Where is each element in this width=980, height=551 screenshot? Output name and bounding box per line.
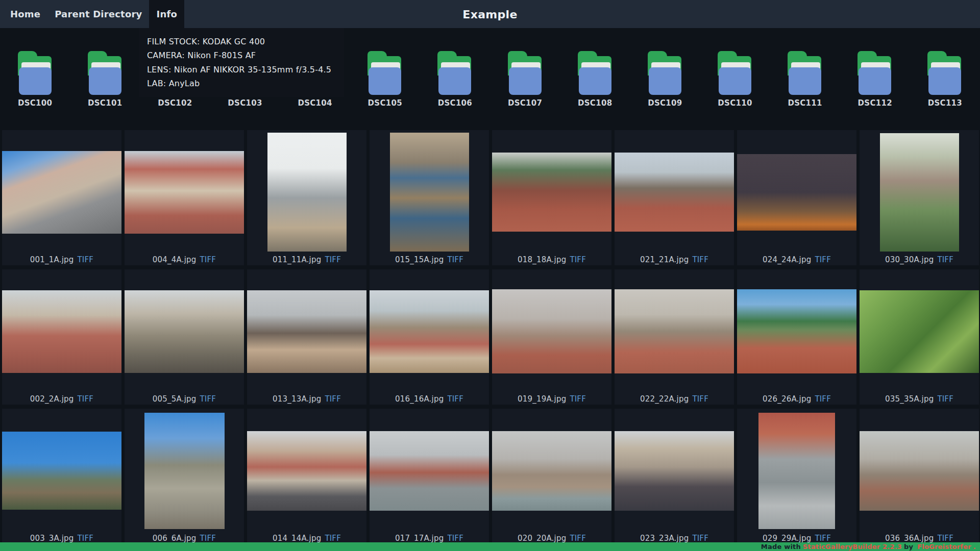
tiff-link[interactable]: TIFF: [325, 255, 341, 264]
photo-filename: 015_15A.jpg: [395, 255, 444, 264]
tiff-link[interactable]: TIFF: [937, 534, 953, 543]
photo-thumbnail[interactable]: [615, 289, 734, 373]
tiff-link[interactable]: TIFF: [200, 534, 216, 543]
photo-thumb-area: [125, 269, 244, 393]
folder-label: DSC101: [88, 98, 122, 108]
photo-thumbnail[interactable]: [615, 153, 734, 232]
photo-filename: 005_5A.jpg: [153, 394, 197, 404]
tiff-link[interactable]: TIFF: [325, 534, 341, 543]
tiff-link[interactable]: TIFF: [815, 255, 831, 264]
tiff-link[interactable]: TIFF: [815, 534, 831, 543]
builder-link[interactable]: StaticGalleryBuilder 2.2.3: [803, 543, 902, 550]
folder-dsc101[interactable]: DSC101: [70, 51, 140, 122]
photo-cell-019-19a-jpg: 019_19A.jpg TIFF: [492, 269, 611, 405]
photo-cell-013-13a-jpg: 013_13A.jpg TIFF: [247, 269, 366, 405]
folder-dsc107[interactable]: DSC107: [490, 51, 560, 122]
tiff-link[interactable]: TIFF: [570, 394, 586, 404]
photo-thumb-area: [860, 130, 979, 254]
photo-thumbnail[interactable]: [880, 133, 959, 252]
photo-cell-001-1a-jpg: 001_1A.jpg TIFF: [2, 130, 121, 265]
nav-item-home[interactable]: Home: [3, 0, 47, 28]
photo-thumbnail[interactable]: [758, 413, 835, 529]
photo-cell-024-24a-jpg: 024_24A.jpg TIFF: [737, 130, 856, 265]
info-line: CAMERA: Nikon F-801S AF: [147, 48, 336, 62]
tiff-link[interactable]: TIFF: [447, 534, 463, 543]
photo-thumbnail[interactable]: [2, 151, 121, 234]
photo-thumb-area: [860, 269, 979, 393]
tiff-link[interactable]: TIFF: [200, 394, 216, 404]
tiff-link[interactable]: TIFF: [937, 394, 953, 404]
photo-filename: 019_19A.jpg: [518, 394, 566, 404]
folder-dsc111[interactable]: DSC111: [770, 51, 840, 122]
nav-item-parent-directory[interactable]: Parent Directory: [47, 0, 149, 28]
photo-thumbnail[interactable]: [737, 154, 856, 231]
photo-thumbnail[interactable]: [737, 289, 856, 373]
photo-thumbnail[interactable]: [2, 432, 121, 510]
tiff-link[interactable]: TIFF: [570, 255, 586, 264]
photo-thumbnail[interactable]: [615, 431, 734, 511]
folder-dsc106[interactable]: DSC106: [420, 51, 490, 122]
tiff-link[interactable]: TIFF: [447, 255, 463, 264]
photo-thumbnail[interactable]: [492, 431, 611, 511]
photo-thumb-area: [247, 409, 366, 533]
photo-thumb-area: [2, 269, 121, 393]
tiff-link[interactable]: TIFF: [692, 255, 708, 264]
photo-thumbnail[interactable]: [144, 413, 225, 529]
folder-dsc100[interactable]: DSC100: [0, 51, 70, 122]
tiff-link[interactable]: TIFF: [325, 394, 341, 404]
photo-thumbnail[interactable]: [247, 431, 366, 511]
tiff-link[interactable]: TIFF: [78, 255, 94, 264]
photo-thumbnail[interactable]: [370, 290, 489, 373]
photo-thumbnail[interactable]: [125, 290, 244, 373]
photo-thumbnail[interactable]: [860, 290, 979, 373]
photo-thumbnail[interactable]: [370, 431, 489, 511]
folder-dsc113[interactable]: DSC113: [910, 51, 980, 122]
tiff-link[interactable]: TIFF: [570, 534, 586, 543]
photo-cell-004-4a-jpg: 004_4A.jpg TIFF: [125, 130, 244, 265]
tiff-link[interactable]: TIFF: [78, 394, 94, 404]
folder-dsc110[interactable]: DSC110: [700, 51, 770, 122]
folder-icon: [856, 51, 894, 95]
photo-filename: 030_30A.jpg: [885, 255, 934, 264]
tiff-link[interactable]: TIFF: [692, 394, 708, 404]
photo-thumbnail[interactable]: [390, 133, 469, 252]
photo-thumb-area: [615, 130, 734, 254]
photo-filename: 020_20A.jpg: [518, 534, 566, 543]
tiff-link[interactable]: TIFF: [447, 394, 463, 404]
photo-thumbnail[interactable]: [247, 290, 366, 373]
photo-cell-014-14a-jpg: 014_14A.jpg TIFF: [247, 409, 366, 544]
photo-thumb-area: [2, 409, 121, 533]
photo-filename: 003_3A.jpg: [30, 534, 74, 543]
nav-item-info[interactable]: Info: [149, 0, 184, 28]
photo-filename: 013_13A.jpg: [273, 394, 321, 404]
photo-thumbnail[interactable]: [492, 153, 611, 232]
folder-dsc109[interactable]: DSC109: [630, 51, 700, 122]
tiff-link[interactable]: TIFF: [200, 255, 216, 264]
photo-filename: 011_11A.jpg: [273, 255, 321, 264]
photo-thumbnail[interactable]: [492, 289, 611, 373]
photo-caption: 021_21A.jpg TIFF: [615, 254, 734, 265]
photo-thumbnail[interactable]: [2, 290, 121, 373]
tiff-link[interactable]: TIFF: [78, 534, 94, 543]
tiff-link[interactable]: TIFF: [692, 534, 708, 543]
folder-dsc112[interactable]: DSC112: [840, 51, 910, 122]
photo-thumbnail[interactable]: [860, 431, 979, 511]
photo-cell-002-2a-jpg: 002_2A.jpg TIFF: [2, 269, 121, 405]
photo-thumb-area: [2, 130, 121, 254]
photo-caption: 035_35A.jpg TIFF: [860, 393, 979, 405]
author-link[interactable]: FloGreistorfer.: [915, 543, 976, 550]
photo-caption: 011_11A.jpg TIFF: [247, 254, 366, 265]
tiff-link[interactable]: TIFF: [937, 255, 953, 264]
folder-icon: [576, 51, 614, 95]
photo-thumbnail[interactable]: [125, 151, 244, 234]
tiff-link[interactable]: TIFF: [815, 394, 831, 404]
page-title: Example: [462, 8, 517, 20]
info-line: LAB: AnyLab: [147, 77, 336, 90]
folder-dsc105[interactable]: DSC105: [350, 51, 420, 122]
folder-icon: [436, 51, 474, 95]
folder-dsc108[interactable]: DSC108: [560, 51, 630, 122]
folder-label: DSC103: [228, 98, 262, 108]
photo-cell-030-30a-jpg: 030_30A.jpg TIFF: [860, 130, 979, 265]
photo-thumbnail[interactable]: [267, 133, 347, 252]
photo-thumb-area: [737, 130, 856, 254]
